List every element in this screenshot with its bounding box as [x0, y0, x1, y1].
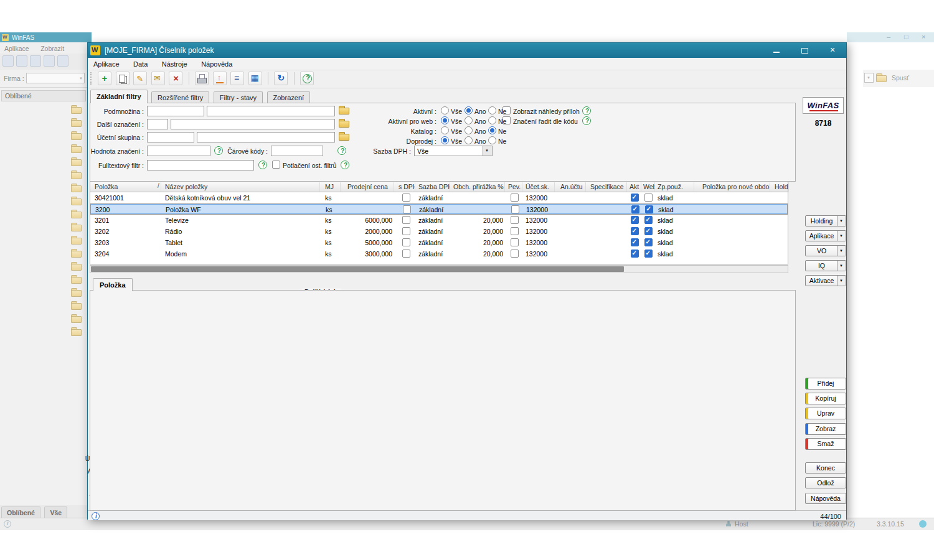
- cell-pev-checkbox[interactable]: [511, 205, 519, 213]
- cell-s_dph-checkbox[interactable]: [402, 250, 410, 258]
- doprodej-radio-2[interactable]: [488, 136, 496, 144]
- cell-web-checkbox[interactable]: [644, 238, 653, 246]
- list-view-button[interactable]: [230, 72, 244, 85]
- table-row[interactable]: 3201Televizeks6000,000základní20,0001320…: [90, 215, 788, 226]
- sidebar-button-2[interactable]: Nápověda: [805, 493, 846, 504]
- cell-pev-checkbox[interactable]: [511, 227, 519, 235]
- aktivni-radio-0[interactable]: [441, 106, 449, 114]
- close-button[interactable]: [818, 43, 846, 58]
- help-icon[interactable]: [214, 146, 223, 155]
- action-button-0[interactable]: Přidej: [805, 378, 846, 390]
- hodnota-znaceni-input[interactable]: [147, 146, 210, 156]
- ucetni-skupina-input-2[interactable]: [197, 132, 335, 142]
- sidebar-dropdown-1[interactable]: Aplikace: [805, 230, 846, 241]
- action-button-1[interactable]: Kopíruj: [805, 393, 846, 404]
- cell-web-checkbox[interactable]: [644, 250, 653, 258]
- column-header-zp_pouz[interactable]: Zp.použ.: [656, 182, 694, 192]
- column-header-akt[interactable]: Akt: [628, 182, 641, 192]
- column-header-sazba[interactable]: Sazba DPH: [417, 182, 450, 192]
- column-header-an_uctu[interactable]: An.účtu: [559, 182, 586, 192]
- print-button[interactable]: [195, 72, 209, 85]
- doprodej-radio-1[interactable]: [465, 136, 473, 144]
- maximize-button[interactable]: [790, 43, 818, 58]
- ucetni-skupina-input-1[interactable]: [147, 132, 194, 142]
- column-header-holdi[interactable]: Holdi: [773, 182, 789, 192]
- cell-web-checkbox[interactable]: [644, 216, 653, 224]
- tab-rozsirene-filtry[interactable]: Rozšířené filtry: [151, 91, 209, 104]
- table-row[interactable]: 30421001Dětská kotníková obuv vel 21kszá…: [90, 192, 788, 203]
- help-icon[interactable]: [258, 161, 267, 169]
- cell-s_dph-checkbox[interactable]: [402, 238, 410, 246]
- sidebar-button-0[interactable]: Konec: [805, 462, 846, 474]
- cell-web-checkbox[interactable]: [644, 227, 653, 235]
- action-button-4[interactable]: Smaž: [805, 438, 846, 450]
- fulltext-input[interactable]: [147, 160, 254, 170]
- cell-s_dph-checkbox[interactable]: [402, 216, 410, 224]
- aktivni_web-radio-2[interactable]: [488, 116, 496, 124]
- help-icon[interactable]: [582, 116, 591, 125]
- table-row[interactable]: 3202Rádioks2000,000základní20,000132000s…: [90, 226, 788, 237]
- cell-web-checkbox[interactable]: [645, 205, 653, 213]
- sidebar-button-1[interactable]: Odlož: [805, 477, 846, 488]
- column-header-mj[interactable]: MJ: [323, 182, 341, 192]
- tab-zobrazeni[interactable]: Zobrazení: [267, 91, 311, 104]
- tab-polozka-detail[interactable]: Položka: [93, 278, 133, 291]
- help-button[interactable]: [300, 72, 314, 85]
- aktivni_web-radio-1[interactable]: [465, 116, 473, 124]
- help-icon[interactable]: [337, 146, 346, 155]
- column-header-prirazka[interactable]: Obch. přirážka %: [451, 182, 505, 192]
- column-header-polozka[interactable]: Položka: [93, 182, 161, 192]
- menu-data[interactable]: Data: [128, 58, 153, 70]
- mail-button[interactable]: [151, 72, 165, 85]
- export-button[interactable]: [213, 72, 227, 85]
- column-header-s_dph[interactable]: s DPH: [397, 182, 415, 192]
- folder-browse-icon[interactable]: [339, 119, 350, 128]
- column-header-web[interactable]: Web: [641, 182, 655, 192]
- cell-s_dph-checkbox[interactable]: [403, 205, 411, 213]
- carove-kody-input[interactable]: [271, 146, 323, 156]
- cell-akt-checkbox[interactable]: [631, 227, 639, 235]
- column-header-ucet_sk[interactable]: Účet.sk.: [524, 182, 555, 192]
- cell-pev-checkbox[interactable]: [511, 216, 519, 224]
- menu-aplikace[interactable]: Aplikace: [88, 58, 125, 70]
- cell-akt-checkbox[interactable]: [631, 194, 639, 202]
- column-header-spec[interactable]: Specifikace: [588, 182, 627, 192]
- sidebar-dropdown-3[interactable]: IQ: [805, 260, 846, 271]
- column-header-nove[interactable]: Položka pro nové období: [700, 182, 770, 192]
- folder-browse-icon[interactable]: [339, 106, 350, 114]
- doprodej-radio-0[interactable]: [441, 136, 449, 144]
- sidebar-dropdown-4[interactable]: Aktivace: [805, 275, 846, 286]
- cell-s_dph-checkbox[interactable]: [402, 194, 410, 202]
- sidebar-dropdown-2[interactable]: VO: [805, 245, 846, 256]
- cell-akt-checkbox[interactable]: [631, 250, 639, 258]
- cell-pev-checkbox[interactable]: [511, 250, 519, 258]
- potlaceni-checkbox[interactable]: [272, 161, 280, 169]
- dalsi-oznaceni-input-2[interactable]: [171, 119, 335, 129]
- cell-s_dph-checkbox[interactable]: [402, 227, 410, 235]
- help-icon[interactable]: [341, 161, 349, 169]
- action-button-2[interactable]: Uprav: [805, 408, 846, 419]
- dalsi-oznaceni-input-1[interactable]: [147, 119, 168, 129]
- aktivni_web-radio-0[interactable]: [441, 116, 449, 124]
- tab-zakladni-filtry[interactable]: Základní filtry: [90, 90, 148, 103]
- cell-akt-checkbox[interactable]: [631, 238, 639, 246]
- table-row[interactable]: 3204Modemks3000,000základní20,000132000s…: [90, 248, 788, 259]
- table-view-button[interactable]: [248, 72, 262, 85]
- katalog-radio-2[interactable]: [488, 126, 496, 134]
- aktivni-radio-2[interactable]: [488, 106, 496, 114]
- cell-pev-checkbox[interactable]: [511, 238, 519, 246]
- column-header-cena[interactable]: Prodejní cena: [342, 182, 394, 192]
- cell-pev-checkbox[interactable]: [511, 194, 519, 202]
- h-scrollbar-thumb[interactable]: [91, 266, 624, 272]
- table-row[interactable]: 3203Tabletks5000,000základní20,000132000…: [90, 237, 788, 248]
- sazba-dph-select[interactable]: Vše: [414, 146, 493, 156]
- table-row[interactable]: 3200Položka WFkszákladní132000sklad: [90, 203, 788, 215]
- refresh-button[interactable]: [274, 72, 288, 85]
- info-icon[interactable]: [92, 512, 100, 520]
- delete-button[interactable]: [169, 72, 182, 85]
- menu-nastroje[interactable]: Nástroje: [156, 58, 193, 70]
- column-header-pev[interactable]: Pev.: [506, 182, 522, 192]
- horizontal-scrollbar[interactable]: [90, 265, 788, 273]
- help-icon[interactable]: [582, 106, 591, 115]
- action-button-3[interactable]: Zobraz: [805, 423, 846, 435]
